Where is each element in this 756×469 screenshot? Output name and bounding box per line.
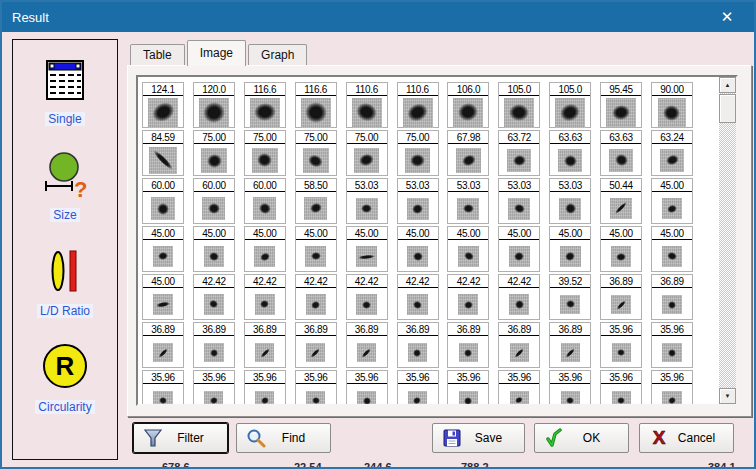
particle-value: 35.96 (143, 371, 183, 384)
particle-cell[interactable]: 36.89 (295, 322, 337, 368)
particle-cell[interactable]: 35.96 (193, 370, 235, 404)
close-icon[interactable]: ✕ (714, 6, 740, 28)
particle-cell[interactable]: 36.89 (600, 274, 642, 320)
find-button[interactable]: Find (236, 423, 331, 453)
particle-cell[interactable]: 60.00 (142, 178, 184, 224)
particle-cell[interactable]: 45.00 (244, 226, 286, 272)
particle-cell[interactable]: 75.00 (193, 130, 235, 176)
particle-cell[interactable]: 63.24 (651, 130, 693, 176)
particle-cell[interactable]: 45.00 (142, 274, 184, 320)
vertical-scrollbar[interactable]: ▲ ▼ (719, 77, 736, 404)
particle-cell[interactable]: 50.44 (600, 178, 642, 224)
sidebar-item-single[interactable]: Single (43, 58, 87, 126)
particle-cell[interactable]: 36.89 (447, 322, 489, 368)
particle-cell[interactable]: 75.00 (295, 130, 337, 176)
particle-cell[interactable]: 35.96 (346, 370, 388, 404)
sidebar-item-ld-ratio[interactable]: L/D Ratio (37, 248, 93, 318)
particle-cell[interactable]: 53.03 (498, 178, 540, 224)
filter-button[interactable]: Filter (133, 423, 228, 453)
particle-cell[interactable]: 36.89 (651, 274, 693, 320)
particle-cell[interactable]: 45.00 (397, 226, 439, 272)
scrollbar-thumb[interactable] (719, 94, 736, 123)
particle-cell[interactable]: 60.00 (244, 178, 286, 224)
tab-graph[interactable]: Graph (248, 44, 307, 66)
ld-ratio-icon (45, 248, 85, 298)
particle-cell[interactable]: 42.42 (295, 274, 337, 320)
particle-cell[interactable]: 45.00 (447, 226, 489, 272)
particle-cell[interactable]: 35.96 (447, 370, 489, 404)
particle-cell[interactable]: 63.63 (600, 130, 642, 176)
particle-cell[interactable]: 42.42 (244, 274, 286, 320)
particle-cell[interactable]: 45.00 (549, 226, 591, 272)
particle-cell[interactable]: 60.00 (193, 178, 235, 224)
particle-cell[interactable]: 124.1 (142, 82, 184, 128)
particle-cell[interactable]: 58.50 (295, 178, 337, 224)
sidebar-item-circularity[interactable]: R Circularity (35, 342, 94, 414)
titlebar[interactable]: Result ✕ (2, 2, 754, 32)
particle-cell[interactable]: 36.89 (346, 322, 388, 368)
sidebar-item-size[interactable]: ? Size (41, 150, 89, 222)
particle-cell[interactable]: 42.42 (447, 274, 489, 320)
scroll-down-icon[interactable]: ▼ (719, 388, 736, 404)
particle-cell[interactable]: 35.96 (142, 370, 184, 404)
particle-cell[interactable]: 35.96 (600, 370, 642, 404)
cancel-button[interactable]: X Cancel (639, 423, 734, 453)
particle-cell[interactable]: 53.03 (397, 178, 439, 224)
particle-cell[interactable]: 35.96 (397, 370, 439, 404)
particle-cell[interactable]: 67.98 (447, 130, 489, 176)
particle-cell[interactable]: 116.6 (244, 82, 286, 128)
particle-cell[interactable]: 39.52 (549, 274, 591, 320)
particle-cell[interactable]: 45.00 (651, 226, 693, 272)
particle-cell[interactable]: 45.00 (142, 226, 184, 272)
particle-cell[interactable]: 90.00 (651, 82, 693, 128)
particle-cell[interactable]: 35.96 (600, 322, 642, 368)
particle-cell[interactable]: 110.6 (397, 82, 439, 128)
particle-cell[interactable]: 45.00 (346, 226, 388, 272)
scroll-up-icon[interactable]: ▲ (719, 77, 736, 93)
particle-cell[interactable]: 35.96 (295, 370, 337, 404)
particle-cell[interactable]: 75.00 (346, 130, 388, 176)
particle-cell[interactable]: 42.42 (498, 274, 540, 320)
particle-cell[interactable]: 53.03 (346, 178, 388, 224)
particle-cell[interactable]: 75.00 (397, 130, 439, 176)
particle-cell[interactable]: 120.0 (193, 82, 235, 128)
particle-cell[interactable]: 36.89 (397, 322, 439, 368)
particle-cell[interactable]: 63.63 (549, 130, 591, 176)
ok-button[interactable]: OK (534, 423, 629, 453)
tab-image[interactable]: Image (187, 40, 246, 66)
particle-cell[interactable]: 45.00 (651, 178, 693, 224)
particle-cell[interactable]: 105.0 (498, 82, 540, 128)
particle-cell[interactable]: 35.96 (498, 370, 540, 404)
particle-cell[interactable]: 116.6 (295, 82, 337, 128)
particle-cell[interactable]: 45.00 (295, 226, 337, 272)
particle-cell[interactable]: 45.00 (600, 226, 642, 272)
tab-table[interactable]: Table (130, 44, 185, 66)
particle-cell[interactable]: 36.89 (244, 322, 286, 368)
particle-cell[interactable]: 42.42 (346, 274, 388, 320)
particle-cell[interactable]: 42.42 (193, 274, 235, 320)
particle-cell[interactable]: 35.96 (244, 370, 286, 404)
particle-cell[interactable]: 36.89 (549, 322, 591, 368)
particle-cell[interactable]: 35.96 (651, 370, 693, 404)
particle-value: 36.89 (499, 323, 539, 336)
particle-cell[interactable]: 63.72 (498, 130, 540, 176)
particle-cell[interactable]: 36.89 (193, 322, 235, 368)
particle-cell[interactable]: 75.00 (244, 130, 286, 176)
particle-cell[interactable]: 106.0 (447, 82, 489, 128)
particle-cell[interactable]: 45.00 (498, 226, 540, 272)
particle-image (296, 385, 336, 404)
save-button[interactable]: Save (432, 423, 525, 453)
particle-cell[interactable]: 110.6 (346, 82, 388, 128)
particle-cell[interactable]: 36.89 (142, 322, 184, 368)
particle-cell[interactable]: 35.96 (651, 322, 693, 368)
particle-cell[interactable]: 35.96 (549, 370, 591, 404)
particle-cell[interactable]: 105.0 (549, 82, 591, 128)
particle-cell[interactable]: 53.03 (447, 178, 489, 224)
particle-cell[interactable]: 53.03 (549, 178, 591, 224)
image-grid-panel: 124.1120.0116.6116.6110.6110.6106.0105.0… (136, 75, 738, 406)
particle-cell[interactable]: 95.45 (600, 82, 642, 128)
particle-cell[interactable]: 45.00 (193, 226, 235, 272)
particle-cell[interactable]: 36.89 (498, 322, 540, 368)
particle-cell[interactable]: 84.59 (142, 130, 184, 176)
particle-cell[interactable]: 42.42 (397, 274, 439, 320)
